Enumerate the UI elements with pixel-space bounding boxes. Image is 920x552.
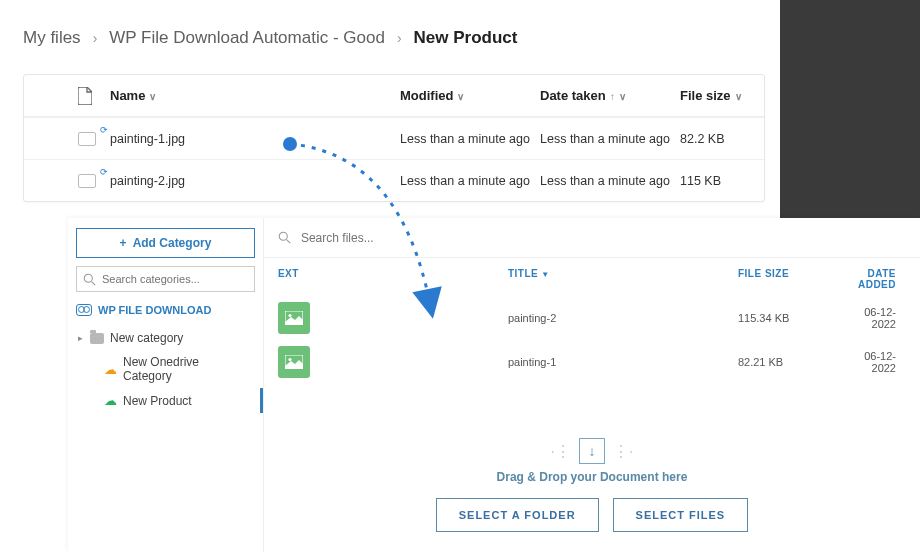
dropzone-text: Drag & Drop your Document here	[284, 470, 900, 484]
table-header: Name∨ Modified∨ Date taken↑∨ File size∨	[24, 75, 764, 117]
file-size: 82.2 KB	[680, 132, 770, 146]
chevron-down-icon: ∨	[457, 91, 464, 102]
file-date: 06-12-2022	[858, 306, 906, 330]
tree-item-onedrive[interactable]: ☁ New Onedrive Category	[76, 350, 255, 388]
sidebar: + Add Category WP FILE DOWNLOAD ▸ New ca…	[68, 218, 264, 552]
jpg-badge-icon	[278, 346, 310, 378]
sort-icon: ▼	[541, 270, 549, 279]
chevron-right-icon: ›	[93, 30, 98, 46]
column-name[interactable]: Name∨	[110, 88, 400, 103]
arrow-up-icon: ↑	[610, 91, 615, 102]
wp-file-download-panel: + Add Category WP FILE DOWNLOAD ▸ New ca…	[68, 218, 920, 552]
file-size: 115.34 KB	[738, 312, 858, 324]
main-area: EXT TITLE▼ FILE SIZE DATE ADDED painting…	[264, 218, 920, 552]
svg-point-0	[84, 274, 92, 282]
column-date-added[interactable]: DATE ADDED	[858, 268, 906, 290]
search-files-input[interactable]	[264, 218, 920, 258]
file-modified: Less than a minute ago	[400, 174, 540, 188]
file-title: painting-1	[508, 356, 738, 368]
expand-icon[interactable]: ▸	[78, 333, 83, 343]
cloud-storage-panel: My files › WP File Download Automatic - …	[23, 28, 765, 202]
brand-icon	[76, 304, 92, 316]
file-date-taken: Less than a minute ago	[540, 132, 680, 146]
file-date-taken: Less than a minute ago	[540, 174, 680, 188]
svg-line-3	[286, 240, 290, 244]
file-type-icon[interactable]	[78, 87, 110, 105]
column-title[interactable]: TITLE▼	[508, 268, 738, 290]
breadcrumb-current: New Product	[414, 28, 518, 48]
column-date-taken[interactable]: Date taken↑∨	[540, 88, 680, 103]
tree-item-new-product[interactable]: ☁ New Product	[76, 388, 255, 413]
chevron-right-icon: ›	[397, 30, 402, 46]
file-row[interactable]: painting-1 82.21 KB 06-12-2022	[264, 340, 920, 384]
search-icon	[83, 273, 96, 286]
column-file-size[interactable]: File size∨	[680, 88, 770, 103]
chevron-down-icon: ∨	[619, 91, 626, 102]
cloud-icon: ☁	[104, 362, 117, 377]
svg-point-2	[279, 232, 287, 240]
select-files-button[interactable]: SELECT FILES	[613, 498, 749, 532]
file-date: 06-12-2022	[858, 350, 906, 374]
table-row[interactable]: painting-2.jpg Less than a minute ago Le…	[24, 159, 764, 201]
folder-icon	[90, 333, 104, 344]
file-size: 82.21 KB	[738, 356, 858, 368]
file-name[interactable]: painting-1.jpg	[110, 132, 400, 146]
jpg-badge-icon	[278, 302, 310, 334]
dropzone[interactable]: ·⋮ ↓ ⋮· Drag & Drop your Document here S…	[264, 426, 920, 552]
select-folder-button[interactable]: SELECT A FOLDER	[436, 498, 599, 532]
column-size[interactable]: FILE SIZE	[738, 268, 858, 290]
file-name[interactable]: painting-2.jpg	[110, 174, 400, 188]
background-panel	[780, 0, 920, 218]
svg-point-7	[288, 358, 291, 361]
chevron-down-icon: ∨	[149, 91, 156, 102]
file-modified: Less than a minute ago	[400, 132, 540, 146]
upload-icon: ·⋮ ↓ ⋮·	[284, 438, 900, 464]
add-category-button[interactable]: + Add Category	[76, 228, 255, 258]
file-grid-header: EXT TITLE▼ FILE SIZE DATE ADDED	[264, 258, 920, 296]
chevron-down-icon: ∨	[735, 91, 742, 102]
file-table: Name∨ Modified∨ Date taken↑∨ File size∨ …	[23, 74, 765, 202]
image-thumbnail-icon	[78, 174, 96, 188]
file-title: painting-2	[508, 312, 738, 324]
breadcrumb-item[interactable]: WP File Download Automatic - Good	[109, 28, 385, 48]
column-modified[interactable]: Modified∨	[400, 88, 540, 103]
column-ext[interactable]: EXT	[278, 268, 508, 290]
svg-point-5	[288, 314, 291, 317]
plus-icon: +	[120, 236, 127, 250]
image-thumbnail-icon	[78, 132, 96, 146]
brand-label: WP FILE DOWNLOAD	[76, 300, 255, 322]
search-icon	[278, 231, 291, 244]
category-tree: ▸ New category ☁ New Onedrive Category ☁…	[76, 322, 255, 413]
cloud-icon: ☁	[104, 393, 117, 408]
search-categories-input[interactable]	[76, 266, 255, 292]
file-size: 115 KB	[680, 174, 770, 188]
table-row[interactable]: painting-1.jpg Less than a minute ago Le…	[24, 117, 764, 159]
tree-item-new-category[interactable]: ▸ New category	[76, 326, 255, 350]
file-row[interactable]: painting-2 115.34 KB 06-12-2022	[264, 296, 920, 340]
svg-line-1	[92, 281, 96, 285]
breadcrumb: My files › WP File Download Automatic - …	[23, 28, 765, 48]
breadcrumb-item[interactable]: My files	[23, 28, 81, 48]
